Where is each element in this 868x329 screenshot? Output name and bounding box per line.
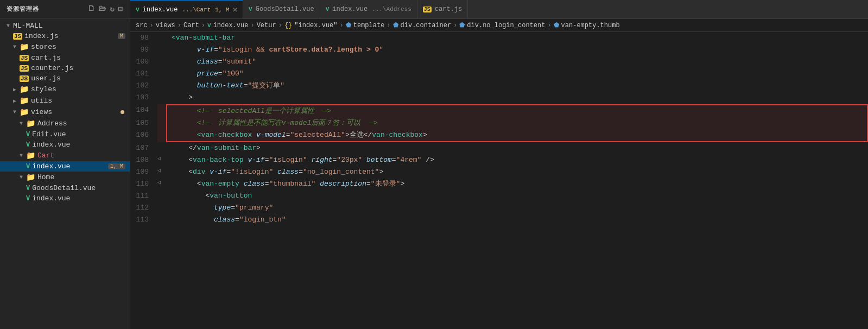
- file-label: index.vue: [32, 194, 70, 203]
- code-line-101: 101 price="100": [130, 68, 868, 80]
- folder-icon: 📁: [20, 96, 29, 105]
- folder-label: styles: [31, 85, 56, 93]
- fold-arrow[interactable]: [157, 202, 166, 214]
- fold-arrow[interactable]: ◁: [157, 178, 166, 190]
- line-content: button-text="提交订单": [166, 80, 868, 92]
- new-folder-icon[interactable]: 🗁: [98, 4, 106, 14]
- stores-chevron: ▼: [13, 44, 16, 50]
- folder-label: views: [31, 108, 52, 116]
- vue-icon: V: [26, 195, 30, 203]
- fold-arrow[interactable]: [157, 117, 166, 129]
- tree-item-views[interactable]: ▼ 📁 views: [0, 106, 130, 118]
- breadcrumb-div-no-login: div.no_login_content: [467, 22, 545, 29]
- fold-arrow[interactable]: [157, 129, 166, 142]
- code-line-106: 106 <van-checkbox v-model="selectedAll">…: [130, 129, 868, 142]
- code-line-113: 113 class="login_btn": [130, 214, 868, 226]
- tree-root[interactable]: ▼ ML-MALL: [0, 21, 130, 31]
- file-label: index.vue: [32, 162, 70, 170]
- breadcrumb-div-icon: ⬟: [393, 21, 398, 29]
- tree-item-index-vue-home[interactable]: V index.vue: [0, 193, 130, 204]
- utils-chevron: ▶: [13, 98, 16, 104]
- new-file-icon[interactable]: 🗋: [87, 4, 96, 14]
- tree-item-goodsdetail[interactable]: V GoodsDetail.vue: [0, 183, 130, 193]
- line-number: 106: [130, 129, 157, 142]
- tree-item-index-js[interactable]: JS index.js M: [0, 31, 130, 41]
- file-label: index.vue: [32, 141, 70, 149]
- js-tab-icon: JS: [423, 7, 432, 12]
- folder-icon: 📁: [20, 42, 29, 52]
- tree-item-utils[interactable]: ▶ 📁 utils: [0, 95, 130, 106]
- fold-arrow[interactable]: [157, 190, 166, 202]
- line-number: 111: [130, 190, 157, 202]
- tab-goodsdetail[interactable]: V GoodsDetail.vue: [243, 0, 320, 18]
- file-tree: ▼ ML-MALL JS index.js M ▼ 📁 stores JS ca…: [0, 18, 130, 329]
- fold-arrow[interactable]: [157, 104, 166, 117]
- tree-item-user-js[interactable]: JS user.js: [0, 73, 130, 84]
- line-number: 100: [130, 56, 157, 68]
- fold-arrow[interactable]: ◁: [157, 154, 166, 166]
- breadcrumb-div2-icon: ⬟: [459, 21, 465, 29]
- tab-path: ...\Address: [372, 6, 411, 12]
- fold-arrow[interactable]: [157, 44, 166, 56]
- breadcrumb-cart: Cart: [183, 22, 199, 29]
- js-icon: JS: [13, 33, 22, 40]
- tree-item-index-vue-address[interactable]: V index.vue: [0, 140, 130, 150]
- refresh-icon[interactable]: ↻: [110, 4, 115, 14]
- fold-arrow[interactable]: [157, 56, 166, 68]
- sidebar-actions: 🗋 🗁 ↻ ⊟: [87, 4, 123, 14]
- tab-label: index.vue: [143, 6, 178, 14]
- tree-item-cart[interactable]: ▼ 📁 Cart: [0, 150, 130, 161]
- tree-item-address[interactable]: ▼ 📁 Address: [0, 118, 130, 129]
- fold-arrow[interactable]: [157, 142, 166, 154]
- line-content: >: [166, 92, 868, 104]
- line-content: class="login_btn": [166, 214, 868, 226]
- breadcrumb-template: template: [353, 22, 385, 29]
- tab-index-address[interactable]: V index.vue ...\Address: [320, 0, 417, 18]
- vue-icon: V: [26, 141, 30, 149]
- fold-arrow[interactable]: [157, 92, 166, 104]
- fold-arrow[interactable]: [157, 68, 166, 80]
- code-editor[interactable]: 98 <van-submit-bar 99 v-if="isLogin && c…: [130, 32, 868, 329]
- folder-icon: 📁: [20, 107, 29, 117]
- main-area: V index.vue ...\Cart 1, M ✕ V GoodsDetai…: [130, 0, 868, 329]
- line-number: 107: [130, 142, 157, 154]
- fold-arrow[interactable]: [157, 214, 166, 226]
- tree-item-stores[interactable]: ▼ 📁 stores: [0, 41, 130, 53]
- tab-cart-js[interactable]: JS cart.js: [417, 0, 468, 18]
- tree-item-counter-js[interactable]: JS counter.js: [0, 63, 130, 73]
- code-line-110: 110 ◁ <van-empty class="thumbnail" descr…: [130, 178, 868, 190]
- tab-index-cart[interactable]: V index.vue ...\Cart 1, M ✕: [130, 0, 243, 18]
- modified-badge: 1, M: [108, 163, 125, 169]
- tree-item-edit-vue[interactable]: V Edit.vue: [0, 129, 130, 140]
- code-line-108: 108 ◁ <van-back-top v-if="isLogin" right…: [130, 154, 868, 166]
- fold-arrow[interactable]: [157, 80, 166, 92]
- tree-item-styles[interactable]: ▶ 📁 styles: [0, 84, 130, 95]
- breadcrumb-div-container: div.container: [401, 22, 452, 29]
- breadcrumb-indexvue: "index.vue": [294, 22, 337, 29]
- line-number: 109: [130, 166, 157, 178]
- sidebar-title: 资源管理器 🗋 🗁 ↻ ⊟: [0, 0, 130, 18]
- code-line-105: 105 <!— 计算属性是不能写在v-model后面？答：可以 —>: [130, 117, 868, 129]
- line-number: 113: [130, 214, 157, 226]
- tree-item-cart-js[interactable]: JS cart.js: [0, 53, 130, 63]
- breadcrumb-file: index.vue: [213, 22, 249, 29]
- code-line-112: 112 type="primary": [130, 202, 868, 214]
- line-number: 102: [130, 80, 157, 92]
- tree-item-index-vue-cart[interactable]: V index.vue 1, M: [0, 161, 130, 172]
- line-content: <van-checkbox v-model="selectedAll">全选</…: [166, 129, 868, 142]
- tab-close-icon[interactable]: ✕: [233, 5, 237, 14]
- line-content: <div v-if="!isLogin" class="no_login_con…: [166, 166, 868, 178]
- file-label: index.js: [24, 32, 58, 40]
- line-content: price="100": [166, 68, 868, 80]
- vue-icon: V: [26, 185, 30, 192]
- line-number: 108: [130, 154, 157, 166]
- vue-tab-icon: V: [249, 6, 252, 12]
- fold-arrow[interactable]: [157, 32, 166, 44]
- file-label: counter.js: [31, 64, 73, 72]
- fold-arrow[interactable]: ◁: [157, 166, 166, 178]
- file-label: GoodsDetail.vue: [32, 184, 96, 192]
- collapse-icon[interactable]: ⊟: [118, 4, 123, 14]
- root-label: ML-MALL: [13, 22, 43, 30]
- code-line-102: 102 button-text="提交订单": [130, 80, 868, 92]
- tree-item-home[interactable]: ▼ 📁 Home: [0, 172, 130, 183]
